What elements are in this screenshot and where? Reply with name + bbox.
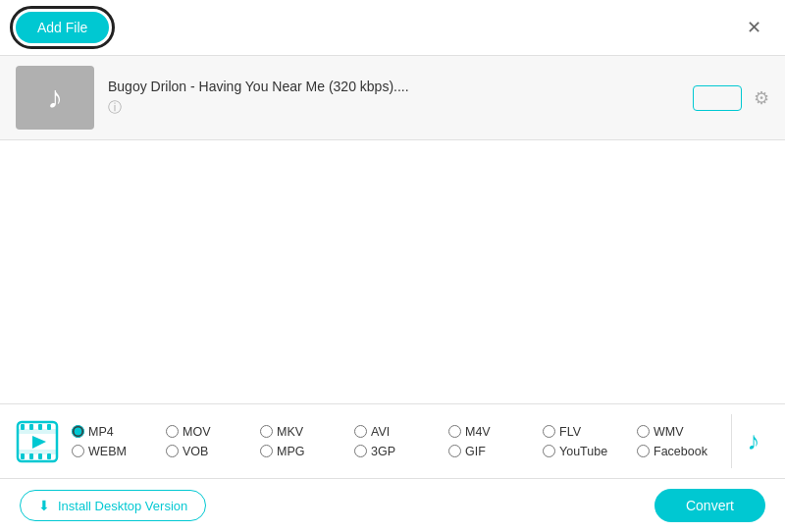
svg-rect-10	[47, 453, 51, 459]
format-radio-webm[interactable]	[72, 445, 84, 457]
file-thumbnail: ♪	[16, 66, 94, 130]
format-radio-m4v[interactable]	[448, 425, 461, 438]
format-option-m4v[interactable]: M4V	[448, 425, 543, 439]
file-actions: ⚙	[693, 85, 769, 111]
format-radio-vob[interactable]	[166, 445, 179, 457]
file-name: Bugoy Drilon - Having You Near Me (320 k…	[108, 79, 693, 94]
format-radio-mp4[interactable]	[72, 425, 84, 438]
format-radio-youtube[interactable]	[543, 445, 555, 457]
format-option-mkv[interactable]: MKV	[260, 425, 354, 439]
convert-button[interactable]: Convert	[654, 489, 765, 522]
install-label: Install Desktop Version	[58, 499, 187, 513]
svg-rect-5	[38, 424, 42, 430]
install-desktop-button[interactable]: ⬇ Install Desktop Version	[20, 490, 206, 521]
format-option-avi[interactable]: AVI	[354, 425, 448, 439]
format-option-mpg[interactable]: MPG	[260, 445, 354, 458]
svg-rect-9	[38, 453, 42, 459]
footer: ⬇ Install Desktop Version Convert	[0, 478, 785, 532]
format-option-facebook[interactable]: Facebook	[637, 445, 731, 458]
format-option-mov[interactable]: MOV	[166, 425, 260, 439]
music-icon: ♪	[748, 426, 760, 456]
format-option-wmv[interactable]: WMV	[637, 425, 731, 439]
svg-rect-4	[29, 424, 33, 430]
format-option-vob[interactable]: VOB	[166, 445, 260, 458]
add-file-button[interactable]: Add File	[16, 12, 109, 43]
info-icon[interactable]: ⓘ	[108, 99, 122, 115]
svg-rect-8	[29, 453, 33, 459]
file-info: Bugoy Drilon - Having You Near Me (320 k…	[108, 79, 693, 117]
file-item: ♪ Bugoy Drilon - Having You Near Me (320…	[0, 56, 785, 139]
file-list: ♪ Bugoy Drilon - Having You Near Me (320…	[0, 56, 785, 140]
format-radio-avi[interactable]	[354, 425, 367, 438]
header: Add File ✕	[0, 0, 785, 56]
svg-rect-3	[21, 424, 25, 430]
format-radio-mov[interactable]	[166, 425, 179, 438]
music-note-icon: ♪	[47, 80, 63, 116]
svg-marker-11	[32, 436, 46, 449]
download-icon: ⬇	[38, 498, 50, 513]
music-icon-box[interactable]: ♪	[731, 414, 775, 468]
format-bar: MP4 MOV MKV AVI M4V FLV WMV WEBM VOB MPG	[0, 403, 785, 478]
film-icon-box[interactable]	[10, 414, 64, 468]
format-radio-mpg[interactable]	[260, 445, 273, 457]
format-option-gif[interactable]: GIF	[448, 445, 543, 458]
format-option-mp4[interactable]: MP4	[72, 425, 166, 439]
format-badge[interactable]	[693, 85, 742, 111]
format-radio-flv[interactable]	[543, 425, 555, 438]
format-options: MP4 MOV MKV AVI M4V FLV WMV WEBM VOB MPG	[72, 425, 731, 458]
format-radio-wmv[interactable]	[637, 425, 650, 438]
format-option-flv[interactable]: FLV	[543, 425, 637, 439]
format-radio-gif[interactable]	[448, 445, 461, 457]
format-radio-mkv[interactable]	[260, 425, 273, 438]
format-radio-facebook[interactable]	[637, 445, 650, 457]
format-option-youtube[interactable]: YouTube	[543, 445, 637, 458]
film-icon	[16, 420, 59, 463]
format-radio-3gp[interactable]	[354, 445, 367, 457]
close-button[interactable]: ✕	[739, 13, 769, 42]
svg-rect-7	[21, 453, 25, 459]
svg-rect-6	[47, 424, 51, 430]
settings-icon[interactable]: ⚙	[754, 87, 769, 109]
format-option-webm[interactable]: WEBM	[72, 445, 166, 458]
format-option-3gp[interactable]: 3GP	[354, 445, 448, 458]
